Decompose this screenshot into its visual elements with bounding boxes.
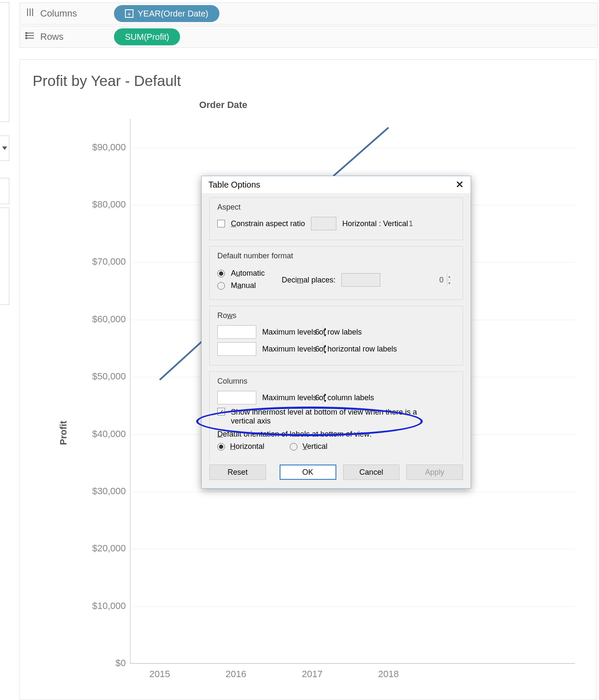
show-innermost-checkbox[interactable]: ✓ [217,408,225,415]
y-tick-label: $0 [79,658,126,669]
dialog-title: Table Options [208,180,260,190]
columns-icon [25,7,35,20]
automatic-radio[interactable] [217,270,225,277]
rows-pill[interactable]: SUM(Profit) [114,28,180,45]
rows-label-text: Rows [40,31,64,42]
x-tick-label: 2018 [363,669,414,680]
y-tick-label: $80,000 [79,199,126,210]
columns-shelf[interactable]: Columns + YEAR(Order Date) [19,3,598,25]
svg-point-7 [26,35,27,36]
manual-radio[interactable] [217,282,225,290]
max-row-labels-label: Maximum levels of row labels [262,328,362,337]
aspect-ratio-suffix: Horizontal : Vertical [342,219,408,228]
y-tick-label: $90,000 [79,142,126,153]
expand-icon[interactable]: + [125,9,133,18]
svg-point-8 [26,38,27,39]
aspect-group-title: Aspect [217,203,455,212]
x-axis-title: Order Date [62,100,384,111]
columns-label-text: Columns [40,8,77,19]
rows-group: Rows ▲▼ Maximum levels of row labels ▲▼ … [209,306,463,365]
x-tick-label: 2015 [134,669,185,680]
sidebar-fragment [0,208,9,305]
y-tick-label: $30,000 [79,486,126,497]
horizontal-radio[interactable] [217,443,225,451]
svg-point-6 [26,33,27,34]
columns-group: Columns ▲▼ Maximum levels of column labe… [209,371,463,460]
y-tick-label: $60,000 [79,314,126,325]
y-tick-label: $70,000 [79,256,126,267]
vertical-radio-label: Vertical [302,442,327,451]
rows-pill-text: SUM(Profit) [125,32,169,42]
close-icon[interactable]: ✕ [455,180,464,190]
decimal-places-label: Decimal places: [282,276,336,285]
orientation-heading: Default orientation of labels at bottom … [217,430,455,439]
table-options-dialog: Table Options ✕ Aspect Constrain aspect … [201,176,471,489]
chart-title: Profit by Year - Default [20,60,596,94]
cancel-button[interactable]: Cancel [343,465,400,480]
columns-pill-text: YEAR(Order Date) [138,9,208,19]
decimal-places-input: ▲▼ [341,273,380,287]
y-tick-label: $40,000 [79,429,126,440]
stepper-down-icon: ▼ [447,280,451,287]
columns-pill[interactable]: + YEAR(Order Date) [114,5,219,22]
horizontal-radio-label: Horizontal [230,442,264,451]
manual-radio-label: Manual [231,281,256,290]
max-hrow-labels-input[interactable]: ▲▼ [217,342,256,356]
sidebar-dropdown-button[interactable] [0,136,9,161]
rows-icon [25,30,35,43]
max-hrow-labels-label: Maximum levels of horizontal row labels [262,345,397,354]
y-axis-title: Profit [58,421,69,445]
aspect-ratio-input [311,217,336,230]
y-tick-label: $20,000 [79,543,126,554]
max-row-labels-input[interactable]: ▲▼ [217,325,256,339]
constrain-aspect-label: Constrain aspect ratio [231,219,305,228]
constrain-aspect-checkbox[interactable] [217,220,225,227]
ok-button[interactable]: OK [280,465,336,480]
gridline [130,664,575,664]
columns-shelf-label: Columns [25,7,114,20]
rows-shelf[interactable]: Rows SUM(Profit) [19,26,598,48]
number-format-group: Default number format Automatic Manual D… [209,246,463,300]
caret-down-icon [2,147,7,150]
automatic-radio-label: Automatic [231,269,265,278]
y-tick-label: $10,000 [79,600,126,611]
stepper-up-icon: ▲ [447,274,451,280]
vertical-radio[interactable] [290,443,297,451]
aspect-group: Aspect Constrain aspect ratio Horizontal… [209,197,463,240]
max-col-labels-input[interactable]: ▲▼ [217,391,256,404]
columns-group-title: Columns [217,377,455,386]
rows-group-title: Rows [217,311,455,320]
max-col-labels-label: Maximum levels of column labels [262,393,374,402]
x-tick-label: 2016 [211,669,261,680]
show-innermost-label: Show innermost level at bottom of view w… [231,408,426,426]
reset-button[interactable]: Reset [209,465,266,480]
x-tick-label: 2017 [287,669,338,680]
y-tick-label: $50,000 [79,371,126,382]
sidebar-fragment [0,178,9,204]
rows-shelf-label: Rows [25,30,114,43]
number-format-title: Default number format [217,252,455,260]
sidebar-fragment [0,2,9,122]
apply-button: Apply [406,465,463,480]
